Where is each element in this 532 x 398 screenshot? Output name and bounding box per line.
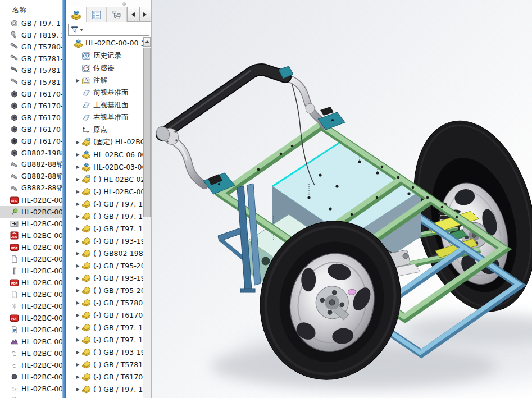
- expand-arrow-icon[interactable]: ▶: [74, 152, 81, 157]
- expand-arrow-icon[interactable]: ▶: [74, 78, 81, 83]
- file-row[interactable]: GB / T5781-2: [0, 76, 62, 88]
- tree-row[interactable]: ▶ (-) GB / T6170-: [66, 309, 143, 321]
- tree-row[interactable]: ▶ (-) GB / T95-20: [66, 259, 143, 272]
- tree-filter-row: ▾: [66, 22, 151, 37]
- file-row[interactable]: HL-02BC-00-: [0, 371, 62, 383]
- displaymanager-tab[interactable]: [107, 7, 127, 22]
- tree-row[interactable]: ▶ (-) GB / T5780-: [66, 296, 143, 309]
- tab-scroll-right-button[interactable]: [139, 7, 152, 22]
- file-row[interactable]: HL-02BC-00-: [0, 300, 62, 312]
- propertymanager-tab[interactable]: [87, 7, 107, 22]
- file-row[interactable]: GB / T5780-2: [0, 41, 62, 53]
- tree-row[interactable]: HL-02BC-00-00 光缆: [66, 37, 143, 49]
- file-row[interactable]: GB / T5781-2: [0, 53, 62, 65]
- tree-row[interactable]: ▶ (-) GB / T97. 1: [66, 222, 143, 235]
- expand-arrow-icon[interactable]: ▶: [74, 325, 81, 330]
- tree-row[interactable]: ▶ (-) GB / T95-20: [66, 284, 143, 296]
- expand-arrow-icon[interactable]: ▶: [74, 177, 81, 182]
- expand-arrow-icon[interactable]: ▶: [74, 276, 81, 281]
- file-row[interactable]: PDFHL-02BC-00-: [0, 241, 62, 253]
- tree-row[interactable]: ▶ (-) GB / T93-19: [66, 235, 143, 247]
- file-row[interactable]: GB882-88销轴: [0, 171, 62, 182]
- file-row[interactable]: GB / T97. 1-: [0, 17, 62, 29]
- expand-arrow-icon[interactable]: ▶: [74, 374, 81, 379]
- tree-row[interactable]: ▶ (-) HL-02BC-02: [66, 173, 143, 185]
- expand-arrow-icon[interactable]: ▶: [74, 226, 81, 231]
- tree-row[interactable]: ▶A注解: [66, 74, 143, 86]
- file-row[interactable]: GB802-1988: [0, 147, 62, 159]
- file-row[interactable]: HL-02BC-00-: [0, 359, 62, 371]
- expand-arrow-icon[interactable]: ▶: [74, 214, 81, 219]
- tree-row[interactable]: ▶ (-) GB802-1988: [66, 247, 143, 259]
- file-row[interactable]: PDFHL-02BC-00-: [0, 277, 62, 289]
- tree-row[interactable]: ▶ (-) GB / T97. 1: [66, 198, 143, 210]
- tree-row[interactable]: ▶ (-) GB / T97. 1: [66, 333, 143, 346]
- tree-row[interactable]: ▶ (固定) HL-02BC: [66, 136, 143, 148]
- tree-row[interactable]: ▶HL-02BC-06-00: [66, 148, 143, 161]
- file-row[interactable]: GB882-88销轴: [0, 159, 62, 171]
- tree-row[interactable]: ▶ (-) GB / T97. 1: [66, 210, 143, 222]
- panel-grip-dot[interactable]: [122, 2, 126, 6]
- expand-arrow-icon[interactable]: ▶: [74, 350, 81, 355]
- file-row[interactable]: HL-02BC-00-: [0, 253, 62, 265]
- expand-arrow-icon[interactable]: ▶: [74, 313, 81, 318]
- expand-arrow-icon[interactable]: ▶: [74, 337, 81, 342]
- tree-row[interactable]: 前视基准面: [66, 86, 143, 99]
- file-row[interactable]: HL-02BC-00-: [0, 289, 62, 300]
- tree-row[interactable]: ▶ (-) GB / T93-19: [66, 272, 143, 284]
- tree-row[interactable]: 传感器: [66, 62, 143, 74]
- tree-row[interactable]: 右视基准面: [66, 111, 143, 123]
- expand-arrow-icon[interactable]: ▶: [74, 164, 81, 170]
- 3d-viewport[interactable]: [152, 0, 532, 398]
- file-row-selected[interactable]: HL-02BC-00-: [0, 206, 62, 218]
- file-row[interactable]: GB / T6170-2: [0, 135, 62, 147]
- tree-row[interactable]: 上视基准面: [66, 99, 143, 111]
- tree-row[interactable]: ▶HL-02BC-03-00: [66, 161, 143, 173]
- expand-arrow-icon[interactable]: ▶: [74, 362, 81, 367]
- file-row[interactable]: HL-02BC-00-: [0, 383, 62, 395]
- filter-dropdown-caret[interactable]: ▾: [80, 28, 83, 33]
- file-row[interactable]: GB / T6170-2: [0, 88, 62, 100]
- expand-arrow-icon[interactable]: ▶: [74, 202, 81, 207]
- file-row[interactable]: HL-02BC-00-: [0, 347, 62, 359]
- file-row[interactable]: HL-02BC-00-: [0, 336, 62, 347]
- file-row[interactable]: 2020HL-02BC-00-: [0, 230, 62, 241]
- file-row[interactable]: PDFHL-02BC-00-: [0, 312, 62, 324]
- tree-row[interactable]: 原点: [66, 123, 143, 136]
- tree-filter-input[interactable]: ▾: [68, 24, 149, 36]
- tree-row[interactable]: ▶ (-) HL-02BC-00: [66, 185, 143, 198]
- file-row[interactable]: PDFHL-02BC-00-: [0, 194, 62, 206]
- tree-row[interactable]: 历史记录: [66, 49, 143, 62]
- file-row[interactable]: GB882-88销轴: [0, 182, 62, 194]
- panel-divider[interactable]: [62, 0, 66, 398]
- file-row[interactable]: GB / T6170-2: [0, 112, 62, 123]
- expand-arrow-icon[interactable]: ▶: [74, 300, 81, 305]
- expand-arrow-icon[interactable]: ▶: [74, 387, 81, 392]
- tree-item-label: (-) GB / T93-19: [93, 237, 143, 245]
- expand-arrow-icon[interactable]: ▶: [74, 251, 81, 256]
- tree-row[interactable]: ▶ (-) GB / T5781-: [66, 358, 143, 370]
- tree-row[interactable]: ▶ (-) GB / T97. 1: [66, 383, 143, 395]
- file-row[interactable]: HL-02BC-00-: [0, 265, 62, 277]
- expand-arrow-icon[interactable]: ▶: [74, 140, 81, 145]
- tree-row[interactable]: ▶ (-) GB / T93-19: [66, 346, 143, 358]
- file-row[interactable]: GB / T819. 1: [0, 29, 62, 41]
- tree-row[interactable]: ▶ (-) GB / T6170-: [66, 370, 143, 383]
- expand-arrow-icon[interactable]: ▶: [74, 239, 81, 244]
- tree-row[interactable]: [66, 395, 143, 398]
- scrollbar-up-button[interactable]: [143, 37, 151, 47]
- file-row[interactable]: GB / T5781-2: [0, 65, 62, 76]
- tree-scrollbar[interactable]: [143, 37, 151, 398]
- file-row[interactable]: GB / T6170-2: [0, 123, 62, 135]
- featuremanager-tab[interactable]: [66, 7, 87, 22]
- tree-row[interactable]: ▶ (-) GB / T97. 1: [66, 321, 143, 333]
- file-row[interactable]: HL-02BC-00: [0, 395, 62, 398]
- tab-scroll-left-button[interactable]: [127, 7, 139, 22]
- scrollbar-thumb[interactable]: [143, 48, 151, 217]
- file-row[interactable]: HL-02BC-00-: [0, 218, 62, 230]
- file-row[interactable]: HL-02BC-00-: [0, 324, 62, 336]
- expand-arrow-icon[interactable]: ▶: [74, 189, 81, 194]
- expand-arrow-icon[interactable]: ▶: [74, 263, 81, 268]
- file-row[interactable]: GB / T6170-2: [0, 100, 62, 112]
- expand-arrow-icon[interactable]: ▶: [74, 288, 81, 293]
